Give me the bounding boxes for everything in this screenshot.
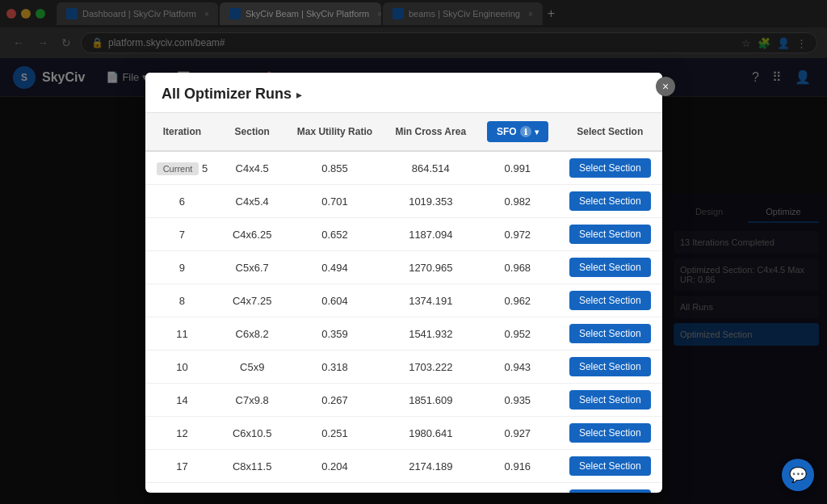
table-row: 8C4x7.250.6041374.1910.962Select Section [145,284,662,317]
cell-sfo: 0.982 [477,185,557,218]
current-badge: Current [157,162,199,175]
cell-min-cross-area: 1374.191 [384,284,477,317]
table-row: Current 5C4x4.50.855864.5140.991Select S… [145,151,662,185]
cell-max-utility-ratio: 0.652 [286,218,384,251]
table-row: 10C5x90.3181703.2220.943Select Section [145,351,662,384]
cell-iteration: 12 [145,417,219,450]
cell-max-utility-ratio: 0.318 [286,351,384,384]
table-row: 11C6x8.20.3591541.9320.952Select Section [145,317,662,351]
cell-select-section: Select Section [558,218,663,251]
cell-min-cross-area: 864.514 [384,151,477,185]
cell-sfo: 0.962 [477,284,557,317]
cell-max-utility-ratio: 0.494 [286,251,384,284]
cell-iteration: 15 [145,483,219,494]
select-section-button[interactable]: Select Section [569,456,651,476]
cell-section: C6x8.2 [219,317,286,351]
cell-min-cross-area: 1851.609 [384,384,477,417]
cell-section: C4x4.5 [219,151,286,185]
modal-title: All Optimizer Runs [162,86,292,103]
select-section-button[interactable]: Select Section [569,158,651,178]
cell-min-cross-area: 1703.222 [384,351,477,384]
cell-sfo: 0.908 [477,483,557,494]
table-header-row: Iteration Section Max Utility Ratio Min … [145,113,662,151]
cell-iteration: 10 [145,351,219,384]
cell-section: C7x9.8 [219,384,286,417]
cell-section: C7x12.25 [219,483,286,494]
cell-min-cross-area: 1270.965 [384,251,477,284]
cell-select-section: Select Section [558,351,663,384]
modal-header: All Optimizer Runs ▸ [145,73,662,113]
cell-max-utility-ratio: 0.251 [286,417,384,450]
table-row: 12C6x10.50.2511980.6410.927Select Sectio… [145,417,662,450]
cell-sfo: 0.943 [477,351,557,384]
modal-close-button[interactable]: × [656,77,675,96]
sfo-info-icon[interactable]: ℹ [520,126,531,137]
select-section-button[interactable]: Select Section [569,191,651,211]
cell-select-section: Select Section [558,450,663,483]
col-sfo[interactable]: SFO ℹ ▾ [477,113,557,151]
cell-max-utility-ratio: 0.604 [286,284,384,317]
cell-iteration: 11 [145,317,219,351]
cell-select-section: Select Section [558,185,663,218]
table-body: Current 5C4x4.50.855864.5140.991Select S… [145,151,662,493]
cell-max-utility-ratio: 0.197 [286,483,384,494]
cursor-indicator: ▸ [296,88,302,101]
table-row: 7C4x6.250.6521187.0940.972Select Section [145,218,662,251]
cell-sfo: 0.968 [477,251,557,284]
col-select-section: Select Section [558,113,663,151]
sfo-dropdown-icon[interactable]: ▾ [535,128,539,136]
cell-max-utility-ratio: 0.855 [286,151,384,185]
cell-select-section: Select Section [558,251,663,284]
cell-iteration: Current 5 [145,151,219,185]
cell-min-cross-area: 1541.932 [384,317,477,351]
cell-section: C8x11.5 [219,450,286,483]
cell-iteration: 9 [145,251,219,284]
table-row: 15C7x12.250.1972316.1240.908Select Secti… [145,483,662,494]
select-section-button[interactable]: Select Section [569,225,651,244]
cell-section: C4x6.25 [219,218,286,251]
table-row: 17C8x11.50.2042174.1890.916Select Sectio… [145,450,662,483]
cell-min-cross-area: 2174.189 [384,450,477,483]
select-section-button[interactable]: Select Section [569,357,651,376]
cell-select-section: Select Section [558,483,663,494]
cell-select-section: Select Section [558,151,663,185]
cell-min-cross-area: 1019.353 [384,185,477,218]
cell-select-section: Select Section [558,317,663,351]
cell-section: C4x5.4 [219,185,286,218]
table-row: 14C7x9.80.2671851.6090.935Select Section [145,384,662,417]
cell-max-utility-ratio: 0.359 [286,317,384,351]
cell-iteration: 8 [145,284,219,317]
cell-section: C6x10.5 [219,417,286,450]
select-section-button[interactable]: Select Section [569,390,651,410]
select-section-button[interactable]: Select Section [569,291,651,310]
table-row: 6C4x5.40.7011019.3530.982Select Section [145,185,662,218]
cell-sfo: 0.991 [477,151,557,185]
col-max-utility: Max Utility Ratio [286,113,384,151]
cell-iteration: 17 [145,450,219,483]
select-section-button[interactable]: Select Section [569,423,651,443]
table-row: 9C5x6.70.4941270.9650.968Select Section [145,251,662,284]
cell-min-cross-area: 2316.124 [384,483,477,494]
select-section-button[interactable]: Select Section [569,258,651,277]
cell-max-utility-ratio: 0.267 [286,384,384,417]
cell-sfo: 0.952 [477,317,557,351]
col-section: Section [219,113,286,151]
select-section-button[interactable]: Select Section [569,489,651,493]
cell-section: C5x6.7 [219,251,286,284]
cell-max-utility-ratio: 0.204 [286,450,384,483]
col-min-cross-area: Min Cross Area [384,113,477,151]
cell-section: C5x9 [219,351,286,384]
cell-select-section: Select Section [558,417,663,450]
cell-iteration: 14 [145,384,219,417]
select-section-button[interactable]: Select Section [569,324,651,343]
chat-bubble[interactable]: 💬 [782,459,814,491]
cell-sfo: 0.916 [477,450,557,483]
cell-iteration: 7 [145,218,219,251]
cell-select-section: Select Section [558,384,663,417]
cell-sfo: 0.972 [477,218,557,251]
optimizer-runs-table: Iteration Section Max Utility Ratio Min … [145,113,662,493]
optimizer-runs-modal: All Optimizer Runs ▸ Iteration Section M… [145,73,662,493]
cell-sfo: 0.935 [477,384,557,417]
modal-body[interactable]: Iteration Section Max Utility Ratio Min … [145,113,662,493]
cell-max-utility-ratio: 0.701 [286,185,384,218]
